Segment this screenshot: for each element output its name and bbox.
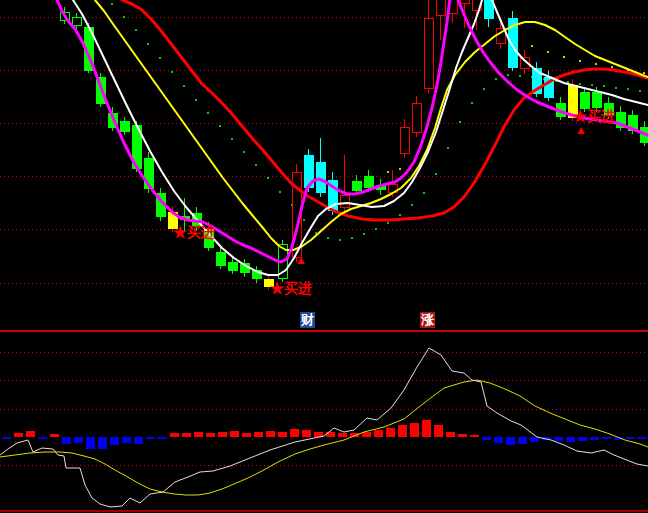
dots-yellow <box>399 168 401 170</box>
histogram-bar-up <box>206 433 215 437</box>
histogram-bar-up <box>374 430 383 437</box>
histogram-bar-down <box>602 437 611 439</box>
dots-green <box>615 87 617 89</box>
histogram-bar-down <box>638 437 647 439</box>
histogram-bar-up <box>302 430 311 437</box>
dots-yellow <box>595 63 597 65</box>
dots-green <box>243 151 245 153</box>
candle-body <box>340 195 349 207</box>
dots-green <box>123 16 125 18</box>
dots-green <box>627 88 629 90</box>
dots-yellow <box>531 45 533 47</box>
dots-green <box>267 177 269 179</box>
histogram-bar-down <box>482 437 491 440</box>
dots-green <box>567 81 569 83</box>
histogram-bar-up <box>422 420 431 437</box>
dots-green <box>483 88 485 90</box>
dots-yellow <box>611 66 613 68</box>
dots-green <box>579 83 581 85</box>
dots-yellow <box>547 51 549 53</box>
dots-yellow <box>643 72 645 74</box>
candle-body <box>120 121 129 131</box>
histogram-bar-up <box>230 431 239 437</box>
dots-green <box>507 74 509 76</box>
panel-separator-line <box>0 330 648 332</box>
dots-green <box>375 228 377 230</box>
diff-line <box>0 348 648 507</box>
histogram-bar-up <box>434 425 443 437</box>
ma-yellow <box>95 0 648 250</box>
histogram-bar-down <box>38 437 47 439</box>
histogram-bar-up <box>170 433 179 437</box>
histogram-bar-up <box>290 429 299 437</box>
histogram-bar-down <box>494 437 503 443</box>
candle-body <box>580 92 589 108</box>
dots-green <box>231 138 233 140</box>
histogram-bar-up <box>254 432 263 437</box>
candle-body <box>400 127 409 153</box>
histogram-bar-up <box>26 431 35 437</box>
dots-green <box>495 78 497 80</box>
dots-yellow <box>563 56 565 58</box>
histogram-bar-down <box>110 437 119 445</box>
histogram-bar-down <box>530 437 539 442</box>
buy-signal-label: ★买进 <box>173 225 215 240</box>
histogram-bar-up <box>398 425 407 437</box>
dots-green <box>519 75 521 77</box>
dots-yellow <box>387 171 389 173</box>
dots-green <box>303 219 305 221</box>
chart-canvas[interactable] <box>0 0 648 513</box>
histogram-bar-down <box>518 437 527 444</box>
stock-chart-window: ★买进★买进★买进▲▲ 财 涨 <box>0 0 648 513</box>
dots-green <box>435 173 437 175</box>
dots-green <box>255 164 257 166</box>
dots-green <box>351 237 353 239</box>
histogram-bar-down <box>86 437 95 449</box>
dots-green <box>387 222 389 224</box>
bottom-border-line <box>0 510 648 512</box>
dots-green <box>363 233 365 235</box>
histogram-bar-up <box>338 433 347 437</box>
dots-green <box>603 85 605 87</box>
dots-yellow <box>579 60 581 62</box>
histogram-bar-up <box>470 435 479 437</box>
candle-body <box>592 92 601 107</box>
buy-signal-label: ★买进 <box>573 109 615 124</box>
histogram-bar-up <box>50 434 59 437</box>
dots-green <box>591 84 593 86</box>
candle-body <box>412 103 421 132</box>
dots-green <box>339 239 341 241</box>
histogram-bar-up <box>458 434 467 437</box>
dots-green <box>447 147 449 149</box>
dots-green <box>195 99 197 101</box>
separator-label-cai: 财 <box>300 312 315 328</box>
buy-signal-triangle-icon: ▲ <box>295 254 307 266</box>
dots-green <box>423 192 425 194</box>
dots-green <box>279 191 281 193</box>
dots-green <box>219 125 221 127</box>
histogram-bar-down <box>62 437 71 444</box>
candle-body <box>228 262 237 270</box>
histogram-bar-down <box>590 437 599 440</box>
histogram-bar-up <box>218 432 227 437</box>
histogram-bar-down <box>566 437 575 442</box>
dots-green <box>147 43 149 45</box>
histogram-bar-down <box>134 437 143 444</box>
histogram-bar-down <box>578 437 587 441</box>
dots-green <box>207 112 209 114</box>
histogram-bar-down <box>122 437 131 443</box>
candle-body <box>72 17 81 25</box>
histogram-bar-down <box>74 437 83 443</box>
dots-green <box>135 29 137 31</box>
histogram-bar-up <box>266 431 275 437</box>
candle-body <box>216 252 225 265</box>
candle-body <box>316 162 325 192</box>
histogram-bar-down <box>146 437 155 439</box>
dots-green <box>399 214 401 216</box>
dots-green <box>183 85 185 87</box>
dots-green <box>471 102 473 104</box>
histogram-bar-up <box>194 432 203 437</box>
dots-green <box>459 121 461 123</box>
candle-body <box>484 0 493 18</box>
dots-green <box>111 3 113 5</box>
